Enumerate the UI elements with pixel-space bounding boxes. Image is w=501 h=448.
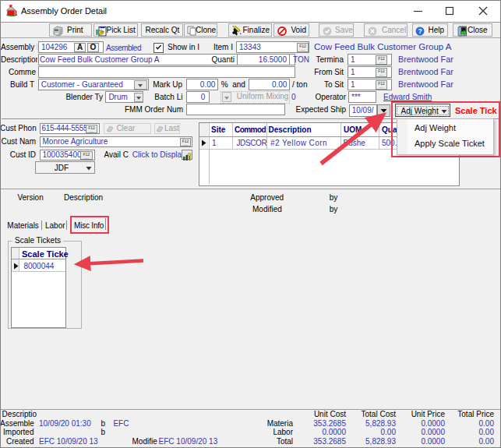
svg-text:?: ? <box>418 27 422 35</box>
